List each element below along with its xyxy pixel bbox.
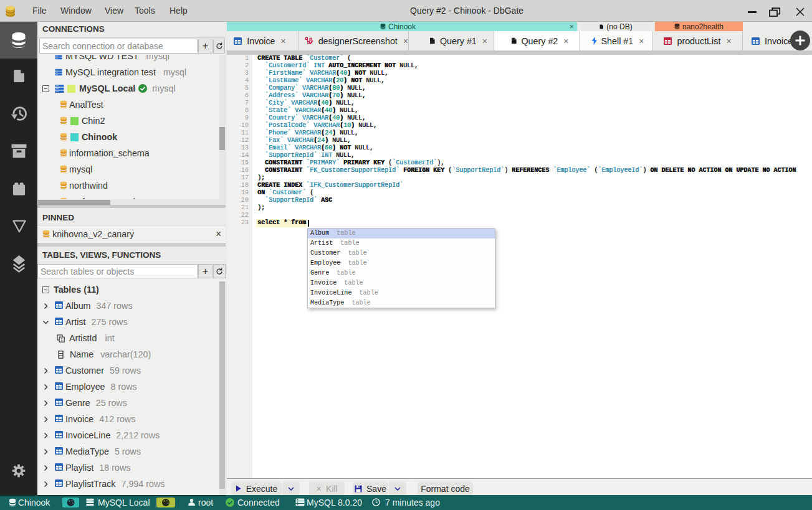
svg-text:1: 1 [60,337,63,342]
